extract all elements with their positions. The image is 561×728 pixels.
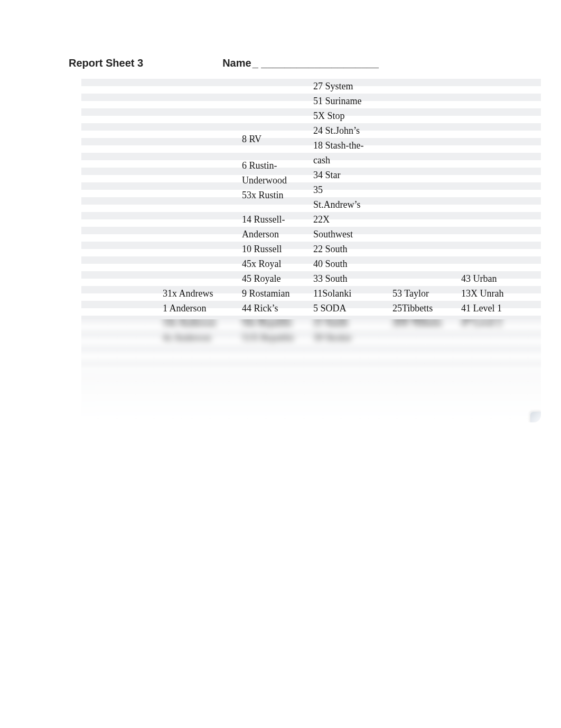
table-cell: Anderson (240, 227, 311, 242)
table-cell: 53 Taylor (390, 286, 459, 301)
table-cell: 41 Level 1 (459, 301, 528, 316)
worksheet-table: 31x Andrews 1 Anderson 14x Anderson 4x A… (81, 79, 541, 422)
table-cell: 54x Republic (240, 316, 311, 330)
table-cell: 31x Andrews (161, 286, 240, 301)
table-cell: 18 Stash-the- (311, 138, 390, 153)
column-2: 31x Andrews 1 Anderson 14x Anderson 4x A… (161, 79, 240, 422)
table-cell: cash (311, 153, 390, 168)
table-cell-spacer (459, 330, 528, 345)
table-cell: 34 Star (311, 168, 390, 182)
page: Report Sheet 3 Name _ __________________… (0, 0, 561, 422)
table-cell: 5X Stop (311, 108, 390, 123)
table-cell: 6 Rustin- (240, 158, 311, 173)
table-cell: 53x Rustin (240, 188, 311, 202)
column-1 (81, 79, 161, 422)
table-cell: 47 Level 2 (459, 316, 528, 330)
table-cell: 43 Urban (459, 271, 528, 286)
table-cell: 22 South (311, 242, 390, 256)
column-4: 27 System 51 Suriname 5X Stop 24 St.John… (311, 79, 390, 422)
table-cell: 35 (311, 182, 390, 197)
table-cell: 40 South (311, 256, 390, 271)
table-cell: St.Andrew’s (311, 197, 390, 212)
report-title: Report Sheet 3 (69, 57, 143, 69)
table-cell: 5 SODA (311, 301, 390, 316)
table-cell: 27 System (311, 79, 390, 94)
table-cell: 21 Smith (311, 316, 390, 330)
table-cell: 14x Anderson (161, 316, 240, 330)
table-cell: 51X Republic (240, 330, 311, 345)
page-curl-icon (530, 412, 541, 422)
table-cell: 22X (311, 212, 390, 227)
table-cell: 4x Anderson (161, 330, 240, 345)
table-cell: Southwest (311, 227, 390, 242)
table-cell: 8 RV (240, 132, 311, 146)
column-5: 53 Taylor 25Tibbetts 26X Tibbetts (390, 79, 459, 422)
table-cell: 13X Unrah (459, 286, 528, 301)
table-cell: 33 South (311, 271, 390, 286)
table-cell: 26X Tibbetts (390, 316, 459, 330)
table-cell: 14 Russell- (240, 212, 311, 227)
table-cell-spacer (240, 146, 311, 158)
name-blank-line[interactable]: _ ____________________ (253, 57, 379, 69)
header: Report Sheet 3 Name _ __________________… (69, 57, 535, 69)
table-cell: 44 Rick’s (240, 301, 311, 316)
table-cell: 51 Suriname (311, 94, 390, 108)
table-cell: Underwood (240, 173, 311, 188)
table-cell: 10 Russell (240, 242, 311, 256)
column-3: 8 RV 6 Rustin- Underwood 53x Rustin 14 R… (240, 79, 311, 422)
table-cell: 45x Royal (240, 256, 311, 271)
column-6: 43 Urban 13X Unrah 41 Level 1 47 Level 2 (459, 79, 528, 422)
table-cell: 9 Rostamian (240, 286, 311, 301)
table-cell: 1 Anderson (161, 301, 240, 316)
table-cell: 11Solanki (311, 286, 390, 301)
name-label: Name (222, 57, 251, 69)
table-cell: 39 Skokie (311, 330, 390, 345)
table-cell-spacer (240, 202, 311, 212)
table-cell: 45 Royale (240, 271, 311, 286)
table-cell: 24 St.John’s (311, 123, 390, 138)
table-cell-spacer (390, 330, 459, 345)
columns-container: 31x Andrews 1 Anderson 14x Anderson 4x A… (81, 79, 541, 422)
table-cell: 25Tibbetts (390, 301, 459, 316)
